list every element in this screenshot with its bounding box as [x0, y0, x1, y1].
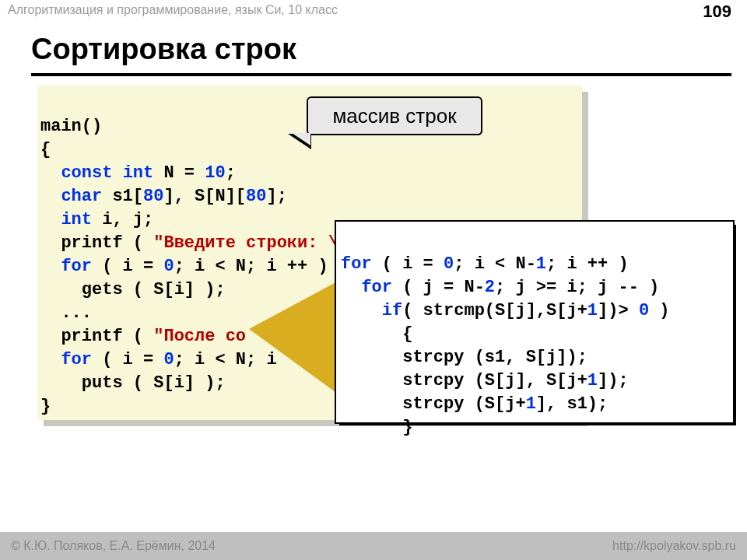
- num: 80: [143, 187, 163, 206]
- code-line: ...: [40, 303, 92, 323]
- num: 10: [205, 163, 225, 183]
- kw-int: int: [61, 210, 92, 229]
- code-block-sort: for ( i = 0; i < N-1; i ++ ) for ( j = N…: [335, 220, 735, 424]
- code-line: }: [40, 397, 51, 416]
- kw-if: if: [382, 301, 402, 320]
- num: 80: [246, 187, 266, 206]
- num: 0: [163, 257, 174, 276]
- code-line: main(): [40, 117, 102, 136]
- kw-for: for: [361, 278, 392, 297]
- num: 0: [163, 350, 174, 369]
- code-line: strcpy (s1, S[j]);: [341, 348, 587, 367]
- ident: N: [163, 163, 174, 183]
- footer: © К.Ю. Поляков, Е.А. Ерёмин, 2014 http:/…: [0, 532, 747, 560]
- slide-number: 109: [703, 2, 731, 22]
- code-line: gets ( S[i] );: [40, 280, 226, 299]
- code-line: {: [40, 140, 51, 159]
- copyright: © К.Ю. Поляков, Е.А. Ерёмин, 2014: [11, 539, 216, 553]
- code-line: {: [341, 324, 412, 344]
- code-line: puts ( S[i] );: [40, 373, 226, 393]
- kw-char: char: [61, 187, 102, 206]
- slide: Алгоритмизация и программирование, язык …: [0, 0, 747, 560]
- kw-for: for: [61, 257, 92, 276]
- string: "Введите строки: \n": [153, 233, 359, 253]
- kw-int: int: [123, 163, 154, 183]
- code-line: strcpy (S[j+1], s1);: [341, 394, 608, 414]
- kw-for: for: [61, 350, 92, 369]
- page-title: Сортировка строк: [31, 33, 296, 66]
- course-label: Алгоритмизация и программирование, язык …: [8, 3, 338, 17]
- site-url: http://kpolyakov.spb.ru: [612, 539, 736, 553]
- code-line: strcpy (S[j], S[j+1]);: [341, 371, 629, 390]
- callout-array-of-strings: массив строк: [307, 96, 482, 135]
- kw-const: const: [61, 163, 112, 183]
- title-underline: [31, 73, 731, 76]
- string: "После со: [153, 327, 246, 346]
- code-line: }: [341, 418, 412, 437]
- kw-for: for: [341, 254, 372, 274]
- callout-tail-fill: [292, 133, 310, 145]
